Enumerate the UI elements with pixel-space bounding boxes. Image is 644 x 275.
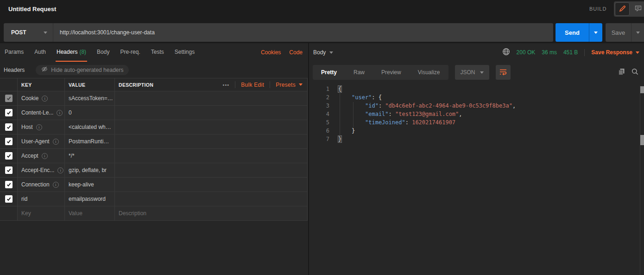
row-checkbox[interactable] xyxy=(5,195,13,203)
header-value-cell[interactable]: emailpassword xyxy=(65,192,115,206)
header-value-cell[interactable]: 0 xyxy=(65,106,115,120)
send-button-group: Send xyxy=(556,23,602,42)
header-key-cell[interactable]: User-Agenti xyxy=(18,134,65,148)
response-scrollbar-thumb[interactable] xyxy=(640,86,644,93)
row-checkbox[interactable] xyxy=(5,109,13,116)
response-size: 451 B xyxy=(563,49,578,56)
column-description: DESCRIPTION xyxy=(119,82,153,88)
status-badge: 200 OK xyxy=(517,49,536,56)
header-key-cell[interactable]: Cookiei xyxy=(18,91,65,105)
code-link[interactable]: Code xyxy=(289,49,303,56)
method-dropdown[interactable]: POST xyxy=(4,23,53,42)
tab-params[interactable]: Params xyxy=(4,43,25,62)
save-options-button[interactable] xyxy=(631,23,644,42)
eye-slash-icon xyxy=(41,66,48,74)
tab-tests[interactable]: Tests xyxy=(150,43,165,62)
info-icon: i xyxy=(53,182,59,188)
indent-guide xyxy=(353,102,354,127)
edit-mode-button[interactable] xyxy=(615,2,630,16)
header-value-cell[interactable]: PostmanRunti… xyxy=(65,134,115,148)
header-key-cell[interactable]: rid xyxy=(18,192,65,206)
code-line: 1{ xyxy=(309,85,633,93)
save-button[interactable]: Save xyxy=(606,23,631,42)
header-value-cell[interactable]: gzip, deflate, br xyxy=(65,163,115,177)
response-scrollbar-thumb[interactable] xyxy=(640,135,644,145)
header-description-cell[interactable] xyxy=(115,149,308,163)
cookies-link[interactable]: Cookies xyxy=(261,49,281,56)
comment-button[interactable] xyxy=(631,2,644,16)
tab-visualize[interactable]: Visualize xyxy=(410,65,448,80)
new-value-input[interactable]: Value xyxy=(65,206,115,220)
table-row-empty: Key Value Description xyxy=(0,206,308,221)
response-body-dropdown[interactable]: Body xyxy=(313,49,333,56)
info-icon: i xyxy=(53,139,59,145)
new-key-input[interactable]: Key xyxy=(18,206,65,220)
table-row: Accepti */* xyxy=(0,149,308,163)
globe-icon[interactable] xyxy=(502,48,510,57)
headers-table-header: KEY VALUE DESCRIPTION ••• Bulk Edit Pres… xyxy=(0,78,308,91)
header-value-cell[interactable]: keep-alive xyxy=(65,178,115,192)
response-scrollbar-track[interactable] xyxy=(640,86,640,275)
header-value-cell[interactable]: <calculated wh… xyxy=(65,120,115,134)
hide-autogenerated-toggle[interactable]: Hide auto-generated headers xyxy=(36,65,129,75)
header-key-cell[interactable]: Accepti xyxy=(18,149,65,163)
header-description-cell[interactable] xyxy=(115,163,308,177)
header-description-cell[interactable] xyxy=(115,106,308,120)
header-key-cell[interactable]: Connectioni xyxy=(18,178,65,192)
header-description-cell[interactable] xyxy=(115,178,308,192)
tab-auth[interactable]: Auth xyxy=(33,43,47,62)
header-value-cell[interactable]: sAccessToken=… xyxy=(65,91,115,105)
code-line: 5"timeJoined": 1620217461907 xyxy=(309,118,633,127)
headers-section-title: Headers xyxy=(4,67,25,73)
format-dropdown[interactable]: JSON xyxy=(455,65,489,80)
row-checkbox[interactable] xyxy=(5,152,13,160)
column-value: VALUE xyxy=(69,82,85,88)
tab-body[interactable]: Body xyxy=(96,43,110,62)
column-key: KEY xyxy=(21,82,32,88)
send-button[interactable]: Send xyxy=(556,23,589,42)
row-checkbox[interactable] xyxy=(5,123,13,131)
chevron-down-icon xyxy=(480,71,484,74)
wrap-text-button[interactable] xyxy=(496,65,511,80)
header-description-cell[interactable] xyxy=(115,120,308,134)
copy-icon[interactable] xyxy=(618,68,625,77)
headers-count-badge: (8) xyxy=(79,49,86,55)
response-view-tabs: Pretty Raw Preview Visualize xyxy=(313,65,448,80)
send-options-button[interactable] xyxy=(589,23,602,42)
search-icon[interactable] xyxy=(631,68,638,77)
table-row: User-Agenti PostmanRunti… xyxy=(0,134,308,149)
header-value-cell[interactable]: */* xyxy=(65,149,115,163)
bulk-edit-button[interactable]: Bulk Edit xyxy=(241,82,264,88)
row-checkbox[interactable] xyxy=(5,138,13,145)
tab-headers[interactable]: Headers (8) xyxy=(56,43,87,62)
presets-dropdown[interactable]: Presets xyxy=(276,82,303,88)
tab-pretty[interactable]: Pretty xyxy=(313,65,345,80)
row-checkbox[interactable] xyxy=(5,166,13,174)
header-description-cell[interactable] xyxy=(115,192,308,206)
header-key-cell[interactable]: Hosti xyxy=(18,120,65,134)
header-description-cell[interactable] xyxy=(115,91,308,105)
more-options-button[interactable]: ••• xyxy=(223,82,230,88)
tab-preview[interactable]: Preview xyxy=(373,65,410,80)
response-time: 36 ms xyxy=(542,49,557,56)
row-checkbox[interactable] xyxy=(5,95,13,102)
headers-table: KEY VALUE DESCRIPTION ••• Bulk Edit Pres… xyxy=(0,78,308,221)
new-description-input[interactable]: Description xyxy=(115,206,308,220)
row-checkbox[interactable] xyxy=(5,181,13,188)
code-line: 4"email": "test123@gmail.com", xyxy=(309,110,633,118)
tab-settings[interactable]: Settings xyxy=(174,43,196,62)
header-key-cell[interactable]: Content-Le...i xyxy=(18,106,65,120)
tab-prereq[interactable]: Pre-req. xyxy=(119,43,141,62)
tab-raw[interactable]: Raw xyxy=(345,65,373,80)
request-panel: Params Auth Headers (8) Body Pre-req. Te… xyxy=(0,43,308,275)
table-row: Accept-Enc...i gzip, deflate, br xyxy=(0,163,308,178)
chevron-down-icon xyxy=(329,51,333,54)
top-bar: Untitled Request BUILD POST http://local… xyxy=(0,0,644,43)
header-key-cell[interactable]: Accept-Enc...i xyxy=(18,163,65,177)
code-line: 3"id": "db4c6ebf-abc2-4964-abe9-0c53c9f8… xyxy=(309,102,633,110)
info-icon: i xyxy=(36,124,42,130)
header-description-cell[interactable] xyxy=(115,134,308,148)
response-panel: Body 200 OK 36 ms 451 B Save Response Pr… xyxy=(309,43,644,275)
url-input[interactable]: http://localhost:3001/change-user-data xyxy=(53,29,155,36)
save-response-dropdown[interactable]: Save Response xyxy=(591,49,639,56)
